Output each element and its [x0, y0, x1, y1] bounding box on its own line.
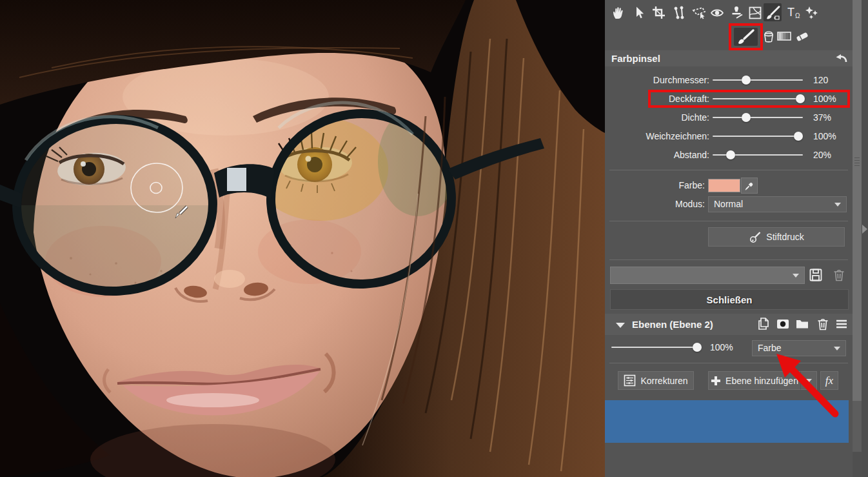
- slider-value: 100%: [813, 91, 836, 107]
- close-button[interactable]: Schließen: [610, 289, 849, 310]
- save-preset-icon[interactable]: [808, 267, 824, 283]
- gradient-icon[interactable]: [776, 28, 792, 44]
- weichzeichnen-slider[interactable]: [713, 136, 803, 137]
- app-window: TΩ Farbpinsel Durchmesser:: [0, 0, 868, 477]
- slider-value: 20%: [813, 147, 831, 163]
- eyedropper-button[interactable]: [741, 178, 758, 194]
- adjustments-icon: [624, 374, 636, 387]
- recompose-tool-icon[interactable]: [747, 5, 763, 21]
- mode-value: Normal: [714, 197, 743, 212]
- blend-mode-dropdown[interactable]: Farbe: [752, 340, 846, 356]
- slider-value: 120: [813, 72, 828, 88]
- add-layer-label: Ebene hinzufügen: [725, 376, 798, 386]
- adjustments-label: Korrekturen: [640, 376, 687, 386]
- slider-label: Weichzeichnen:: [605, 128, 709, 144]
- stamp-tool-icon[interactable]: [729, 5, 744, 21]
- svg-text:Ω: Ω: [795, 12, 800, 19]
- chevron-down-icon: [793, 274, 799, 278]
- delete-preset-icon[interactable]: [831, 267, 847, 283]
- tool-options-header: Farbpinsel: [605, 50, 853, 66]
- slider-row-dichte: Dichte: 37%: [605, 110, 853, 125]
- collapse-triangle-icon[interactable]: [616, 323, 625, 328]
- divider: [609, 363, 848, 363]
- plus-icon: [711, 376, 721, 386]
- layer-opacity-value: 100%: [710, 340, 733, 354]
- selection-tool-icon[interactable]: [691, 5, 707, 21]
- add-layer-dropdown[interactable]: [800, 371, 817, 390]
- layers-panel-header: Ebenen (Ebene 2): [605, 314, 853, 335]
- deckkraft-slider[interactable]: [713, 98, 803, 99]
- panel-menu-icon[interactable]: [834, 316, 849, 332]
- move-tool-icon[interactable]: [631, 5, 647, 21]
- slider-label: Durchmesser:: [605, 72, 709, 88]
- panel-collapse-arrow-icon[interactable]: [862, 225, 867, 234]
- eye-tool-icon[interactable]: [709, 5, 725, 21]
- slider-label: Deckkraft:: [605, 91, 709, 107]
- durchmesser-slider[interactable]: [713, 79, 803, 81]
- mode-label: Modus:: [605, 197, 705, 211]
- slider-row-weichzeichnen: Weichzeichnen: 100%: [605, 128, 853, 144]
- chevron-down-icon: [805, 379, 812, 383]
- slider-label: Dichte:: [605, 110, 709, 125]
- slider-row-durchmesser: Durchmesser: 120: [605, 72, 853, 88]
- brush-tool-icon[interactable]: [764, 3, 782, 21]
- text-tool-icon[interactable]: TΩ: [785, 5, 801, 21]
- panel-edge: [862, 0, 868, 477]
- slider-value: 100%: [813, 128, 836, 144]
- preset-dropdown[interactable]: [610, 267, 805, 284]
- hand-tool-icon[interactable]: [611, 5, 626, 21]
- tool-options-panel: TΩ Farbpinsel Durchmesser:: [605, 0, 853, 477]
- svg-text:T: T: [787, 6, 794, 19]
- slider-label: Abstand:: [605, 147, 709, 163]
- duplicate-layer-icon[interactable]: [756, 316, 771, 332]
- divider: [609, 259, 848, 260]
- adjustments-button[interactable]: Korrekturen: [618, 371, 694, 390]
- color-brush-subtool-icon[interactable]: [734, 28, 758, 46]
- undo-icon[interactable]: [834, 52, 849, 68]
- layer-effects-button[interactable]: fx: [820, 371, 838, 390]
- slider-row-deckkraft: Deckkraft: 100%: [605, 91, 853, 107]
- divider: [609, 170, 848, 170]
- layer-row-ebene2[interactable]: Ebene 2: [605, 400, 849, 443]
- straighten-tool-icon[interactable]: [671, 5, 687, 21]
- fx-label: fx: [825, 374, 833, 387]
- layer-group-folder-icon[interactable]: [794, 316, 810, 332]
- blend-mode-value: Farbe: [758, 341, 782, 356]
- color-label: Farbe:: [605, 178, 705, 192]
- delete-layer-icon[interactable]: [815, 316, 831, 332]
- photo-canvas[interactable]: [0, 0, 605, 477]
- layers-header-title: Ebenen (Ebene 2): [632, 314, 713, 335]
- pen-pressure-label: Stiftdruck: [766, 232, 804, 242]
- pen-icon: [749, 230, 762, 243]
- layer-opacity-slider[interactable]: [611, 347, 702, 348]
- dichte-slider[interactable]: [713, 117, 803, 118]
- chevron-down-icon: [834, 347, 840, 350]
- chevron-down-icon: [834, 203, 841, 207]
- add-layer-button[interactable]: Ebene hinzufügen: [708, 371, 800, 390]
- paint-bucket-icon[interactable]: [761, 28, 776, 44]
- pen-pressure-button[interactable]: Stiftdruck: [708, 227, 845, 247]
- effects-tool-icon[interactable]: [804, 5, 820, 21]
- divider: [609, 221, 848, 221]
- tool-options-title: Farbpinsel: [611, 50, 660, 66]
- eraser-icon[interactable]: [794, 28, 810, 44]
- abstand-slider[interactable]: [713, 154, 803, 156]
- layer-mask-icon[interactable]: [775, 316, 791, 332]
- color-swatch[interactable]: [708, 179, 740, 192]
- slider-value: 37%: [813, 110, 831, 125]
- crop-tool-icon[interactable]: [651, 5, 667, 21]
- layer-row-tonwertkorrektur[interactable]: Tonwertkorrektur 1: [605, 445, 849, 477]
- panel-scrollbar[interactable]: [853, 0, 862, 477]
- close-button-label: Schließen: [707, 294, 753, 305]
- slider-row-abstand: Abstand: 20%: [605, 147, 853, 163]
- mode-dropdown[interactable]: Normal: [708, 196, 847, 212]
- scrollbar-thumb[interactable]: [853, 0, 862, 401]
